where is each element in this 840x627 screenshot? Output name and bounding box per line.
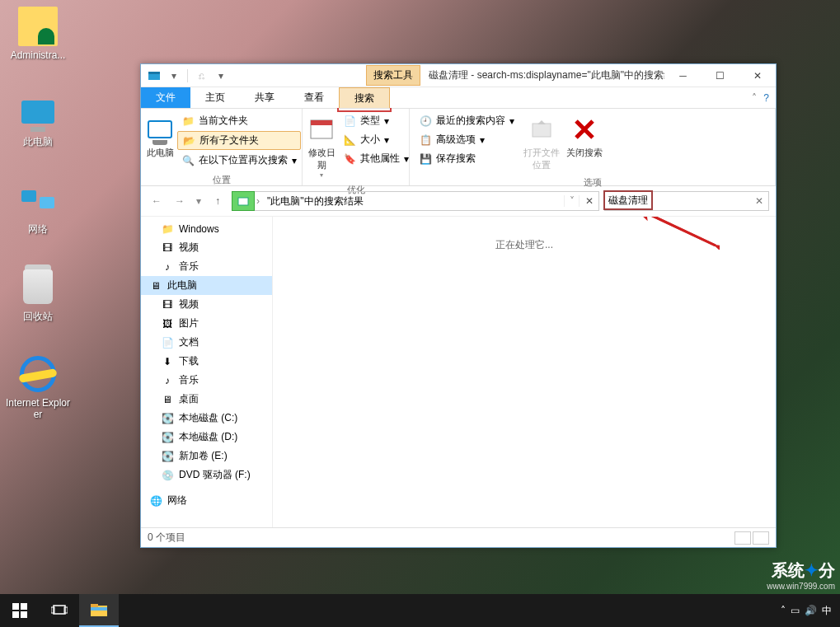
icons-view-icon[interactable]	[753, 531, 769, 545]
network-icon	[18, 180, 58, 219]
ribbon-group-refine: 修改日期 ▾ 📄类型▾ 📐大小▾ 🔖其他属性▾ 优化	[303, 109, 410, 185]
maximize-button[interactable]: ☐	[702, 64, 739, 87]
music-icon: ♪	[161, 374, 174, 387]
document-icon: 📄	[161, 336, 174, 349]
nav-pictures[interactable]: 🖼图片	[141, 314, 272, 333]
breadcrumb-segment[interactable]: "此电脑"中的搜索结果	[262, 192, 368, 210]
advanced-options-button[interactable]: 📋高级选项▾	[415, 131, 519, 148]
label: 所有子文件夹	[199, 133, 259, 147]
label: 视频	[179, 297, 199, 311]
nav-this-pc[interactable]: 🖥此电脑	[141, 276, 272, 295]
props-icon: 🔖	[343, 152, 356, 166]
details-view-icon[interactable]	[734, 531, 751, 545]
status-bar: 0 个项目	[141, 527, 776, 547]
save-search-button[interactable]: 💾保存搜索	[415, 150, 519, 167]
nav-up-button[interactable]: ↑	[209, 192, 227, 210]
navigation-pane[interactable]: 📁Windows 🎞视频 ♪音乐 🖥此电脑 🎞视频 🖼图片 📄文档 ⬇下载 ♪音…	[141, 217, 273, 527]
search-again-button[interactable]: 🔍在以下位置再次搜索▾	[177, 152, 301, 169]
address-dropdown[interactable]: ˅	[564, 195, 579, 207]
qat-dropdown2-icon[interactable]: ▾	[213, 68, 229, 84]
help-icon[interactable]: ?	[763, 92, 769, 104]
network-icon: 🌐	[149, 494, 162, 508]
breadcrumb-chevron-icon[interactable]: ›	[254, 195, 262, 207]
tray-chevron-icon[interactable]: ˄	[781, 605, 786, 616]
tab-view[interactable]: 查看	[289, 87, 339, 108]
nav-network[interactable]: 🌐网络	[141, 491, 272, 510]
size-button[interactable]: 📐大小▾	[339, 131, 413, 148]
nav-desktop[interactable]: 🖥桌面	[141, 390, 272, 409]
nav-music[interactable]: ♪音乐	[141, 257, 272, 276]
desktop-icon-ie[interactable]: Internet Explorer	[5, 354, 71, 420]
svg-rect-17	[91, 607, 107, 611]
view-switcher[interactable]	[734, 531, 769, 545]
nav-videos[interactable]: 🎞视频	[141, 238, 272, 257]
tray-ime-icon[interactable]: 中	[822, 604, 832, 618]
ribbon-collapse[interactable]: ˄?	[745, 87, 776, 108]
desktop-icon-recyclebin[interactable]: 回收站	[5, 267, 71, 324]
svg-rect-3	[311, 120, 332, 125]
tray-network-icon[interactable]: ▭	[791, 605, 800, 616]
all-subfolders-button[interactable]: 📂所有子文件夹	[177, 131, 301, 150]
nav-windows[interactable]: 📁Windows	[141, 220, 272, 238]
taskbar[interactable]: ˄ ▭ 🔊 中	[0, 594, 840, 627]
ribbon-group-location: 此电脑 📁当前文件夹 📂所有子文件夹 🔍在以下位置再次搜索▾ 位置	[141, 109, 303, 185]
label: 音乐	[179, 260, 199, 274]
stop-button[interactable]: ✕	[579, 195, 598, 207]
label: 本地磁盘 (C:)	[179, 411, 237, 425]
taskbar-explorer[interactable]	[79, 594, 119, 627]
nav-downloads[interactable]: ⬇下载	[141, 352, 272, 371]
titlebar[interactable]: ▾ ⎌ ▾ 搜索工具 磁盘清理 - search-ms:displayname=…	[141, 64, 776, 87]
nav-drive-e[interactable]: 💽新加卷 (E:)	[141, 447, 272, 466]
close-search-button[interactable]: 关闭搜索	[565, 112, 604, 159]
tab-share[interactable]: 共享	[240, 87, 289, 108]
nav-documents[interactable]: 📄文档	[141, 333, 272, 352]
system-tray[interactable]: ˄ ▭ 🔊 中	[772, 604, 840, 618]
kind-button[interactable]: 📄类型▾	[339, 112, 413, 129]
address-root-icon[interactable]	[232, 191, 255, 211]
other-props-button[interactable]: 🔖其他属性▾	[339, 150, 413, 167]
desktop-icon-admin[interactable]: Administra...	[5, 7, 71, 61]
open-location-icon	[528, 115, 556, 143]
qat-dropdown-icon[interactable]: ▾	[166, 68, 182, 84]
recent-searches-button[interactable]: 🕘最近的搜索内容▾	[415, 112, 519, 129]
search-box[interactable]: 磁盘清理 ✕	[604, 191, 769, 211]
watermark: 系统✦分 www.win7999.com	[767, 559, 835, 591]
close-button[interactable]: ✕	[739, 64, 776, 87]
user-folder-icon	[18, 7, 58, 46]
content-pane[interactable]: 正在处理它...	[273, 217, 776, 527]
search-tools-contextual-chip: 搜索工具	[366, 65, 420, 86]
tab-file[interactable]: 文件	[141, 87, 190, 108]
chevron-up-icon: ˄	[752, 92, 757, 104]
desktop-icon-network[interactable]: 网络	[5, 180, 71, 236]
svg-rect-5	[238, 198, 248, 205]
annotation-arrow	[637, 216, 720, 250]
video-icon: 🎞	[161, 298, 174, 311]
this-pc-button[interactable]: 此电脑	[146, 112, 174, 159]
label: 网络	[167, 494, 187, 508]
qat-undo-icon[interactable]: ⎌	[193, 68, 209, 84]
svg-line-7	[645, 216, 716, 246]
tab-home[interactable]: 主页	[190, 87, 240, 108]
tray-volume-icon[interactable]: 🔊	[805, 605, 817, 616]
explorer-window: ▾ ⎌ ▾ 搜索工具 磁盘清理 - search-ms:displayname=…	[140, 63, 777, 548]
nav-drive-c[interactable]: 💽本地磁盘 (C:)	[141, 409, 272, 428]
nav-history-dropdown[interactable]: ▾	[194, 192, 204, 210]
nav-videos-2[interactable]: 🎞视频	[141, 295, 272, 314]
date-modified-button[interactable]: 修改日期 ▾	[307, 112, 336, 179]
tab-search[interactable]: 搜索	[339, 87, 390, 108]
address-bar[interactable]: › "此电脑"中的搜索结果 ˅ ✕	[232, 191, 599, 211]
quick-access-toolbar: ▾ ⎌ ▾	[141, 68, 234, 84]
nav-drive-dvd[interactable]: 💿DVD 驱动器 (F:)	[141, 466, 272, 484]
clear-search-button[interactable]: ✕	[750, 195, 768, 207]
task-view-button[interactable]	[40, 594, 79, 627]
desktop-icon-thispc[interactable]: 此电脑	[5, 92, 71, 149]
start-button[interactable]	[0, 594, 40, 627]
current-folder-button[interactable]: 📁当前文件夹	[177, 112, 301, 129]
nav-back-button[interactable]: ←	[148, 192, 166, 210]
explorer-icon[interactable]	[146, 68, 162, 84]
nav-music-2[interactable]: ♪音乐	[141, 371, 272, 390]
music-icon: ♪	[161, 260, 174, 274]
nav-drive-d[interactable]: 💽本地磁盘 (D:)	[141, 428, 272, 447]
minimize-button[interactable]: ─	[664, 64, 702, 87]
search-icon: 🔍	[181, 154, 195, 167]
